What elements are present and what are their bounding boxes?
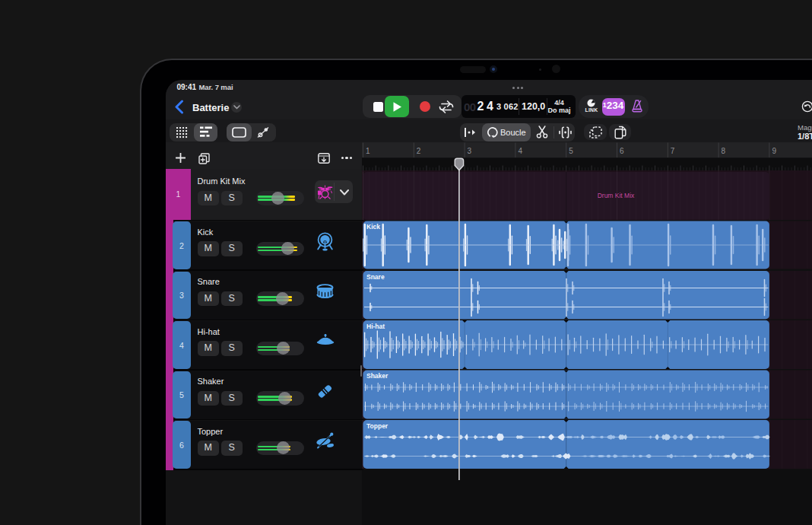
svg-text:7: 7	[671, 147, 675, 155]
svg-text:Hi-hat: Hi-hat	[366, 323, 385, 330]
svg-text:1: 1	[366, 147, 370, 155]
svg-text:2: 2	[417, 147, 421, 155]
svg-text:Shaker: Shaker	[366, 372, 389, 380]
svg-text:8: 8	[722, 147, 726, 155]
svg-text:Drum Kit Mix: Drum Kit Mix	[598, 192, 635, 199]
svg-text:Snare: Snare	[366, 273, 385, 281]
svg-text:6: 6	[620, 147, 624, 155]
svg-text:5: 5	[569, 147, 573, 155]
svg-text:Kick: Kick	[366, 223, 380, 231]
svg-text:3: 3	[468, 147, 472, 155]
svg-text:4: 4	[518, 147, 522, 155]
svg-text:Topper: Topper	[366, 422, 389, 430]
svg-text:9: 9	[772, 147, 776, 155]
